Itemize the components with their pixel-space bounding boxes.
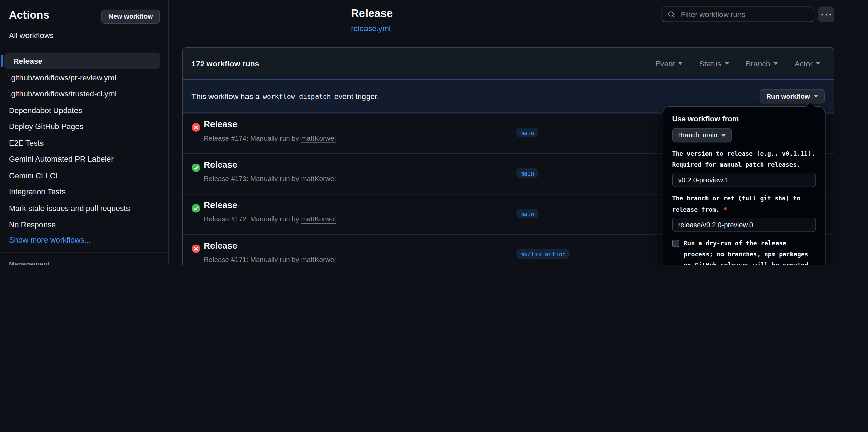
chevron-down-icon xyxy=(816,62,820,65)
field-description: The branch or ref (full git sha) to rele… xyxy=(672,193,816,215)
actions-page: Actions New workflow All workflows Relea… xyxy=(0,0,868,265)
filter-dropdown[interactable]: Event xyxy=(655,59,683,68)
selected-accent-bar xyxy=(1,55,3,67)
sidebar-workflow-item[interactable]: Mark stale issues and pull requests xyxy=(0,200,169,216)
branch-badge[interactable]: main xyxy=(516,128,538,137)
runs-header: 172 workflow runs Event Status xyxy=(183,48,834,79)
sidebar: Actions New workflow All workflows Relea… xyxy=(0,0,169,265)
runs-filters: Event Status Branch xyxy=(655,59,825,68)
run-status-icon xyxy=(191,244,200,253)
sidebar-workflow-item[interactable]: Integration Tests xyxy=(0,184,169,200)
workflow-file-link[interactable]: release.yml xyxy=(351,24,391,33)
run-title-link[interactable]: Release xyxy=(204,241,237,251)
actor-link[interactable]: mattKorwel xyxy=(301,256,336,264)
actor-link[interactable]: mattKorwel xyxy=(301,135,336,143)
sidebar-workflow-item[interactable]: No Response xyxy=(0,216,169,233)
chevron-down-icon xyxy=(678,62,683,65)
branch-ref-input[interactable] xyxy=(672,218,816,232)
sidebar-workflow-item[interactable]: E2E Tests xyxy=(0,135,169,151)
chevron-down-icon xyxy=(814,95,818,97)
page-title: Actions xyxy=(9,9,49,21)
workflow-list: .github/workflows/pr-review.yml .github/… xyxy=(0,69,169,233)
chevron-down-icon xyxy=(721,134,726,136)
sidebar-item-release-selected[interactable]: Release xyxy=(4,53,160,69)
filter-dropdown[interactable]: Actor xyxy=(795,59,820,68)
sidebar-divider xyxy=(0,252,169,253)
run-status-icon xyxy=(191,204,200,213)
run-status-icon xyxy=(191,163,200,172)
sidebar-item-all-workflows[interactable]: All workflows xyxy=(9,31,54,40)
run-title-link[interactable]: Release xyxy=(204,120,237,130)
sidebar-workflow-item[interactable]: Deploy GitHub Pages xyxy=(0,118,169,135)
run-workflow-dropdown-button[interactable]: Run workflow xyxy=(760,89,825,103)
required-asterisk: * xyxy=(724,206,727,213)
show-more-workflows-link[interactable]: Show more workflows... xyxy=(9,235,91,244)
popup-checkboxes: Run a dry-run of the release process; no… xyxy=(672,238,816,265)
branch-select-button[interactable]: Branch: main xyxy=(672,128,732,142)
run-description: Release #173: Manually run by mattKorwel xyxy=(204,175,336,183)
actor-link[interactable]: mattKorwel xyxy=(301,175,336,183)
branch-badge[interactable]: main xyxy=(516,168,538,178)
chevron-down-icon xyxy=(773,62,778,65)
version-input[interactable] xyxy=(672,173,816,187)
run-title-link[interactable]: Release xyxy=(204,200,237,210)
sidebar-workflow-item[interactable]: .github/workflows/pr-review.yml xyxy=(0,69,169,86)
run-workflow-popup: Use workflow from Branch: main The versi… xyxy=(663,106,826,265)
filter-dropdown[interactable]: Branch xyxy=(746,59,778,68)
popup-heading: Use workflow from xyxy=(672,115,816,123)
runs-count: 172 workflow runs xyxy=(191,59,259,68)
sidebar-workflow-item[interactable]: .github/workflows/trusted-ci.yml xyxy=(0,86,169,102)
run-description: Release #171: Manually run by mattKorwel xyxy=(204,256,336,264)
actor-link[interactable]: mattKorwel xyxy=(301,215,336,223)
run-title-link[interactable]: Release xyxy=(204,160,237,170)
workflow-dispatch-code: workflow_dispatch xyxy=(263,92,331,100)
checkbox-row: Run a dry-run of the release process; no… xyxy=(672,238,816,265)
sidebar-workflow-item[interactable]: Gemini Automated PR Labeler xyxy=(0,151,169,167)
run-status-icon xyxy=(191,123,200,132)
branch-badge[interactable]: main xyxy=(516,209,538,218)
new-workflow-button[interactable]: New workflow xyxy=(101,10,160,24)
chevron-down-icon xyxy=(725,62,729,65)
sidebar-divider xyxy=(0,49,169,49)
sidebar-workflow-item[interactable]: Dependabot Updates xyxy=(0,102,169,118)
filter-dropdown[interactable]: Status xyxy=(699,59,729,68)
workflow-options-button[interactable] xyxy=(818,7,834,22)
management-section-label: Management xyxy=(9,260,49,265)
field-description: The version to release (e.g., v0.1.11). … xyxy=(672,148,816,170)
run-description: Release #174: Manually run by mattKorwel xyxy=(204,135,336,143)
branch-badge[interactable]: mk/fix-action xyxy=(516,249,570,259)
search-icon xyxy=(668,11,676,18)
workflow-title: Release xyxy=(351,7,393,20)
sidebar-workflow-item[interactable]: Gemini CLI CI xyxy=(0,167,169,184)
filter-workflow-runs-input-wrap xyxy=(662,7,814,22)
sidebar-item-label: Release xyxy=(13,56,42,65)
checkbox-label: Run a dry-run of the release process; no… xyxy=(684,238,816,265)
run-description: Release #172: Manually run by mattKorwel xyxy=(204,215,336,223)
checkbox[interactable] xyxy=(672,240,679,247)
filter-workflow-runs-input[interactable] xyxy=(680,10,808,19)
